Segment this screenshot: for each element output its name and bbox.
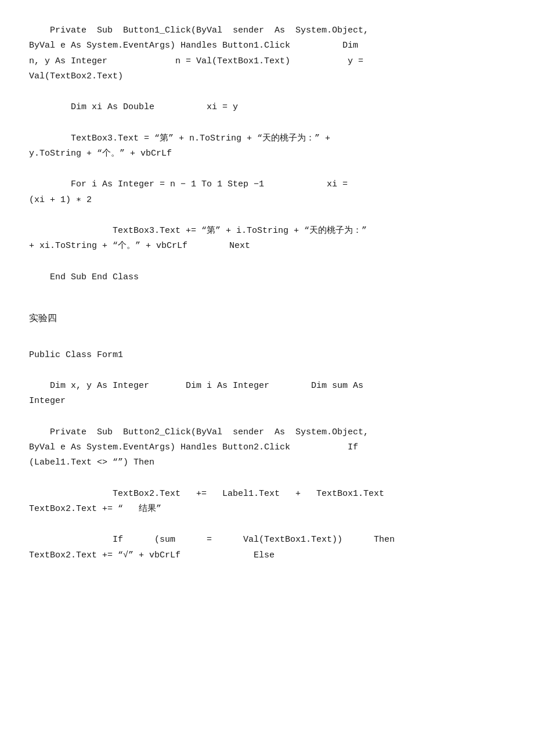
code-block-10: TextBox2.Text += Label1.Text + TextBox1.… <box>29 487 505 517</box>
code-block-7: Public Class Form1 <box>29 348 505 363</box>
code-block-5: TextBox3.Text += “第” + i.ToString + “天的桃… <box>29 224 505 254</box>
code-block-8: Dim x, y As Integer Dim i As Integer Dim… <box>29 379 505 409</box>
code-block-3: TextBox3.Text = “第” + n.ToString + “天的桃子… <box>29 131 505 162</box>
code-block-9: Private Sub Button2_Click(ByVal sender A… <box>29 425 505 471</box>
section-title: 实验四 <box>29 311 505 327</box>
code-block-2: Dim xi As Double xi = y <box>29 100 505 115</box>
page-content: Private Sub Button1_Click(ByVal sender A… <box>29 23 505 563</box>
code-block-6: End Sub End Class <box>29 270 505 285</box>
code-block-11: If (sum = Val(TextBox1.Text)) Then TextB… <box>29 532 505 563</box>
code-block-4: For i As Integer = n − 1 To 1 Step −1 xi… <box>29 177 505 208</box>
code-block-1: Private Sub Button1_Click(ByVal sender A… <box>29 23 505 84</box>
